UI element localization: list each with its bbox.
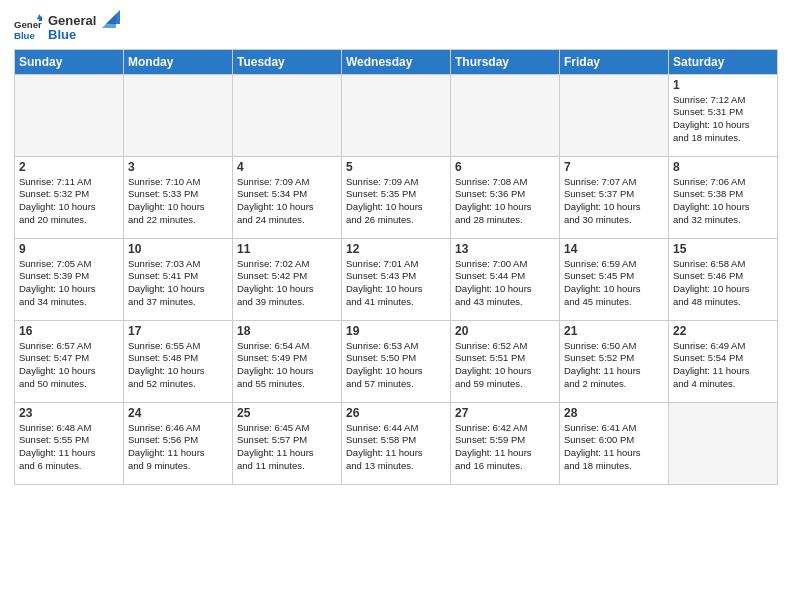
calendar-cell: 25Sunrise: 6:45 AM Sunset: 5:57 PM Dayli…: [233, 402, 342, 484]
day-number: 28: [564, 406, 664, 420]
calendar-cell: 10Sunrise: 7:03 AM Sunset: 5:41 PM Dayli…: [124, 238, 233, 320]
calendar-cell: 18Sunrise: 6:54 AM Sunset: 5:49 PM Dayli…: [233, 320, 342, 402]
day-info: Sunrise: 7:01 AM Sunset: 5:43 PM Dayligh…: [346, 258, 446, 309]
day-info: Sunrise: 6:58 AM Sunset: 5:46 PM Dayligh…: [673, 258, 773, 309]
calendar-cell: 12Sunrise: 7:01 AM Sunset: 5:43 PM Dayli…: [342, 238, 451, 320]
day-info: Sunrise: 7:09 AM Sunset: 5:34 PM Dayligh…: [237, 176, 337, 227]
day-info: Sunrise: 6:42 AM Sunset: 5:59 PM Dayligh…: [455, 422, 555, 473]
day-number: 5: [346, 160, 446, 174]
calendar-week-1: 2Sunrise: 7:11 AM Sunset: 5:32 PM Daylig…: [15, 156, 778, 238]
weekday-header-saturday: Saturday: [669, 49, 778, 74]
calendar-cell: 24Sunrise: 6:46 AM Sunset: 5:56 PM Dayli…: [124, 402, 233, 484]
svg-text:General: General: [14, 19, 42, 30]
calendar-cell: [124, 74, 233, 156]
day-info: Sunrise: 6:41 AM Sunset: 6:00 PM Dayligh…: [564, 422, 664, 473]
calendar-cell: 17Sunrise: 6:55 AM Sunset: 5:48 PM Dayli…: [124, 320, 233, 402]
day-number: 13: [455, 242, 555, 256]
day-number: 17: [128, 324, 228, 338]
weekday-header-monday: Monday: [124, 49, 233, 74]
weekday-header-friday: Friday: [560, 49, 669, 74]
day-info: Sunrise: 6:53 AM Sunset: 5:50 PM Dayligh…: [346, 340, 446, 391]
header: General Blue General Blue: [14, 10, 778, 43]
day-info: Sunrise: 7:00 AM Sunset: 5:44 PM Dayligh…: [455, 258, 555, 309]
weekday-header-tuesday: Tuesday: [233, 49, 342, 74]
calendar-cell: 27Sunrise: 6:42 AM Sunset: 5:59 PM Dayli…: [451, 402, 560, 484]
day-info: Sunrise: 7:03 AM Sunset: 5:41 PM Dayligh…: [128, 258, 228, 309]
day-number: 6: [455, 160, 555, 174]
main-container: General Blue General Blue SundayMondayTu…: [0, 0, 792, 491]
day-number: 2: [19, 160, 119, 174]
logo-text-blue: Blue: [48, 28, 96, 42]
logo-icon: General Blue: [14, 14, 42, 42]
calendar-cell: 6Sunrise: 7:08 AM Sunset: 5:36 PM Daylig…: [451, 156, 560, 238]
day-number: 4: [237, 160, 337, 174]
calendar-cell: 9Sunrise: 7:05 AM Sunset: 5:39 PM Daylig…: [15, 238, 124, 320]
weekday-header-sunday: Sunday: [15, 49, 124, 74]
day-number: 19: [346, 324, 446, 338]
day-number: 21: [564, 324, 664, 338]
calendar-cell: 11Sunrise: 7:02 AM Sunset: 5:42 PM Dayli…: [233, 238, 342, 320]
calendar-cell: 5Sunrise: 7:09 AM Sunset: 5:35 PM Daylig…: [342, 156, 451, 238]
logo-arrow-icon: [98, 10, 120, 32]
day-info: Sunrise: 6:46 AM Sunset: 5:56 PM Dayligh…: [128, 422, 228, 473]
day-number: 27: [455, 406, 555, 420]
day-info: Sunrise: 6:54 AM Sunset: 5:49 PM Dayligh…: [237, 340, 337, 391]
logo: General Blue General Blue: [14, 14, 120, 43]
calendar-table: SundayMondayTuesdayWednesdayThursdayFrid…: [14, 49, 778, 485]
day-number: 18: [237, 324, 337, 338]
day-number: 3: [128, 160, 228, 174]
calendar-cell: 15Sunrise: 6:58 AM Sunset: 5:46 PM Dayli…: [669, 238, 778, 320]
weekday-header-row: SundayMondayTuesdayWednesdayThursdayFrid…: [15, 49, 778, 74]
day-number: 9: [19, 242, 119, 256]
calendar-cell: 19Sunrise: 6:53 AM Sunset: 5:50 PM Dayli…: [342, 320, 451, 402]
day-number: 26: [346, 406, 446, 420]
day-info: Sunrise: 7:06 AM Sunset: 5:38 PM Dayligh…: [673, 176, 773, 227]
calendar-cell: 26Sunrise: 6:44 AM Sunset: 5:58 PM Dayli…: [342, 402, 451, 484]
day-info: Sunrise: 6:44 AM Sunset: 5:58 PM Dayligh…: [346, 422, 446, 473]
calendar-cell: 4Sunrise: 7:09 AM Sunset: 5:34 PM Daylig…: [233, 156, 342, 238]
calendar-cell: 14Sunrise: 6:59 AM Sunset: 5:45 PM Dayli…: [560, 238, 669, 320]
calendar-week-4: 23Sunrise: 6:48 AM Sunset: 5:55 PM Dayli…: [15, 402, 778, 484]
calendar-cell: [451, 74, 560, 156]
calendar-cell: 3Sunrise: 7:10 AM Sunset: 5:33 PM Daylig…: [124, 156, 233, 238]
calendar-cell: 7Sunrise: 7:07 AM Sunset: 5:37 PM Daylig…: [560, 156, 669, 238]
day-number: 1: [673, 78, 773, 92]
day-number: 7: [564, 160, 664, 174]
day-number: 12: [346, 242, 446, 256]
day-info: Sunrise: 7:09 AM Sunset: 5:35 PM Dayligh…: [346, 176, 446, 227]
logo-text-general: General: [48, 14, 96, 28]
day-info: Sunrise: 6:52 AM Sunset: 5:51 PM Dayligh…: [455, 340, 555, 391]
day-number: 23: [19, 406, 119, 420]
calendar-cell: 2Sunrise: 7:11 AM Sunset: 5:32 PM Daylig…: [15, 156, 124, 238]
day-info: Sunrise: 6:48 AM Sunset: 5:55 PM Dayligh…: [19, 422, 119, 473]
calendar-cell: 28Sunrise: 6:41 AM Sunset: 6:00 PM Dayli…: [560, 402, 669, 484]
day-info: Sunrise: 7:11 AM Sunset: 5:32 PM Dayligh…: [19, 176, 119, 227]
day-number: 14: [564, 242, 664, 256]
day-number: 20: [455, 324, 555, 338]
day-number: 11: [237, 242, 337, 256]
weekday-header-thursday: Thursday: [451, 49, 560, 74]
day-number: 25: [237, 406, 337, 420]
calendar-cell: [233, 74, 342, 156]
calendar-cell: [669, 402, 778, 484]
day-info: Sunrise: 6:49 AM Sunset: 5:54 PM Dayligh…: [673, 340, 773, 391]
calendar-cell: 21Sunrise: 6:50 AM Sunset: 5:52 PM Dayli…: [560, 320, 669, 402]
day-info: Sunrise: 7:12 AM Sunset: 5:31 PM Dayligh…: [673, 94, 773, 145]
calendar-cell: 23Sunrise: 6:48 AM Sunset: 5:55 PM Dayli…: [15, 402, 124, 484]
day-info: Sunrise: 7:05 AM Sunset: 5:39 PM Dayligh…: [19, 258, 119, 309]
calendar-week-2: 9Sunrise: 7:05 AM Sunset: 5:39 PM Daylig…: [15, 238, 778, 320]
day-number: 24: [128, 406, 228, 420]
day-info: Sunrise: 7:02 AM Sunset: 5:42 PM Dayligh…: [237, 258, 337, 309]
day-info: Sunrise: 7:07 AM Sunset: 5:37 PM Dayligh…: [564, 176, 664, 227]
calendar-cell: [15, 74, 124, 156]
calendar-week-0: 1Sunrise: 7:12 AM Sunset: 5:31 PM Daylig…: [15, 74, 778, 156]
day-info: Sunrise: 6:59 AM Sunset: 5:45 PM Dayligh…: [564, 258, 664, 309]
calendar-cell: 22Sunrise: 6:49 AM Sunset: 5:54 PM Dayli…: [669, 320, 778, 402]
calendar-week-3: 16Sunrise: 6:57 AM Sunset: 5:47 PM Dayli…: [15, 320, 778, 402]
calendar-cell: 16Sunrise: 6:57 AM Sunset: 5:47 PM Dayli…: [15, 320, 124, 402]
calendar-cell: [560, 74, 669, 156]
calendar-cell: 13Sunrise: 7:00 AM Sunset: 5:44 PM Dayli…: [451, 238, 560, 320]
svg-marker-5: [106, 10, 120, 24]
day-info: Sunrise: 7:08 AM Sunset: 5:36 PM Dayligh…: [455, 176, 555, 227]
calendar-cell: 20Sunrise: 6:52 AM Sunset: 5:51 PM Dayli…: [451, 320, 560, 402]
